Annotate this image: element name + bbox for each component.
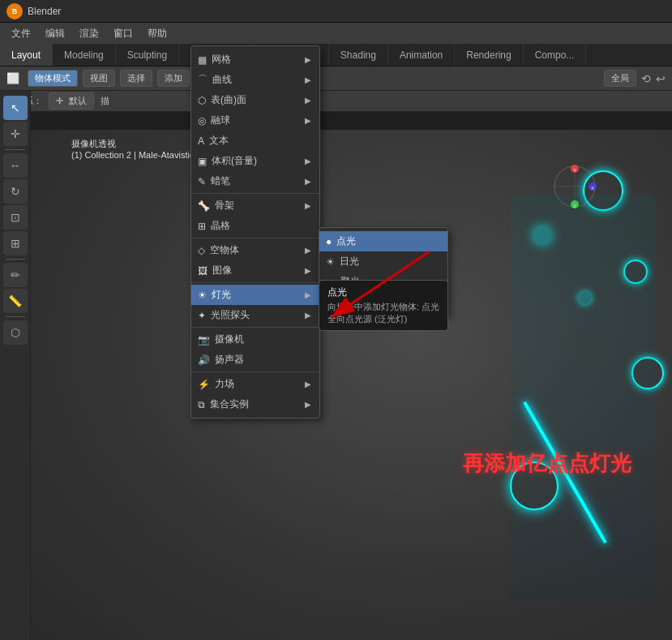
ltool-transform[interactable]: ⊞ <box>3 231 28 256</box>
camera-collection: (1) Collection 2 | Male-Atavistic-Id <box>71 150 204 160</box>
menu-light[interactable]: ☀ 灯光 ▶ <box>191 285 319 305</box>
tab-modeling[interactable]: Modeling <box>53 44 116 66</box>
tooltip-line1: 向场景中添加灯光物体: 点光 <box>327 301 439 313</box>
probe-arrow: ▶ <box>305 311 311 320</box>
coord-desc: 描 <box>101 95 109 107</box>
volume-arrow: ▶ <box>305 157 311 165</box>
add-btn[interactable]: 添加 <box>157 70 190 87</box>
viewport-bg: 摄像机透视 (1) Collection 2 | Male-Atavistic-… <box>31 130 672 640</box>
armature-icon: 🦴 <box>198 200 210 212</box>
workspace-tabs: Layout Modeling Sculpting UV Editing Tex… <box>0 44 672 67</box>
select-btn[interactable]: 选择 <box>120 70 152 87</box>
image-arrow: ▶ <box>305 266 311 275</box>
menu-metaball[interactable]: ◎ 融球 ▶ <box>191 110 319 131</box>
app-title: Blender <box>28 6 61 17</box>
add-menu: ▦ 网格 ▶ ⌒ 曲线 ▶ ⬡ 表(曲)面 ▶ ◎ 融球 ▶ A 文本 ▣ <box>190 45 320 419</box>
metaball-arrow: ▶ <box>305 116 311 125</box>
menu-armature[interactable]: 🦴 骨架 ▶ <box>191 195 319 216</box>
ltool-sep2 <box>6 259 25 260</box>
mode-select[interactable]: 物体模式 <box>28 70 78 87</box>
ltool-scale[interactable]: ⊡ <box>3 205 28 230</box>
menu-sep3 <box>191 282 319 283</box>
force-arrow: ▶ <box>305 380 311 389</box>
glow-accent1 <box>534 227 550 243</box>
menu-force-field[interactable]: ⚡ 力场 ▶ <box>191 374 319 394</box>
light-icon: ☀ <box>198 290 207 301</box>
glow-orb <box>510 462 559 510</box>
menubar: 文件 编辑 渲染 窗口 帮助 <box>0 23 672 44</box>
menu-collection[interactable]: ⧉ 集合实例 ▶ <box>191 394 319 414</box>
curve-icon: ⌒ <box>198 73 208 87</box>
force-icon: ⚡ <box>198 379 210 390</box>
view-btn[interactable]: 视图 <box>83 70 115 87</box>
menu-help[interactable]: 帮助 <box>141 25 173 42</box>
left-toolbar: ↖ ✛ ↔ ↻ ⊡ ⊞ ✏ 📏 ⬡ <box>0 91 31 640</box>
menu-image[interactable]: 🖼 图像 ▶ <box>191 260 319 281</box>
ltool-measure[interactable]: 📏 <box>3 289 28 313</box>
menu-mesh[interactable]: ▦ 网格 ▶ <box>191 49 319 70</box>
mesh-arrow: ▶ <box>305 55 311 64</box>
menu-camera[interactable]: 📷 摄像机 <box>191 329 319 350</box>
tab-animation[interactable]: Animation <box>388 44 455 66</box>
submenu-point-light[interactable]: ● 点光 <box>319 231 447 251</box>
coord-icon: ✛ <box>56 96 63 105</box>
menu-empty[interactable]: ◇ 空物体 ▶ <box>191 240 319 260</box>
probe-icon: ✦ <box>198 310 206 321</box>
collection-icon: ⧉ <box>198 399 205 410</box>
speaker-icon: 🔊 <box>198 354 210 366</box>
toolbar-icon: ⬜ <box>6 72 19 84</box>
menu-surface[interactable]: ⬡ 表(曲)面 ▶ <box>191 90 319 110</box>
metaball-icon: ◎ <box>198 115 206 127</box>
menu-window[interactable]: 窗口 <box>107 25 139 42</box>
character-body <box>510 195 656 600</box>
camera-icon: 📷 <box>198 334 210 346</box>
menu-edit[interactable]: 编辑 <box>39 25 71 42</box>
tab-compositing[interactable]: Compo... <box>524 44 587 66</box>
tooltip-title: 点光 <box>327 286 439 299</box>
ltool-annotate[interactable]: ✏ <box>3 263 28 287</box>
surface-arrow: ▶ <box>305 96 311 105</box>
camera-mode: 摄像机透视 <box>71 138 204 150</box>
blender-logo: B <box>6 3 23 19</box>
submenu-sun-light[interactable]: ☀ 日光 <box>319 251 447 272</box>
menu-lattice[interactable]: ⊞ 晶格 <box>191 216 319 236</box>
menu-greasepencil[interactable]: ✎ 蜡笔 ▶ <box>191 171 319 191</box>
sun-light-icon: ☀ <box>326 256 335 268</box>
empty-icon: ◇ <box>198 245 205 256</box>
tab-shading[interactable]: Shading <box>329 44 388 66</box>
menu-light-probe[interactable]: ✦ 光照探头 ▶ <box>191 305 319 325</box>
menu-sep2 <box>191 238 319 238</box>
menu-render[interactable]: 渲染 <box>73 25 105 42</box>
ltool-sep3 <box>6 316 25 317</box>
menu-file[interactable]: 文件 <box>5 25 37 42</box>
menu-sep1 <box>191 193 319 194</box>
toolbar-rotate-icon[interactable]: ⟲ <box>641 72 651 85</box>
grease-arrow: ▶ <box>305 177 311 186</box>
tab-rendering[interactable]: Rendering <box>455 44 523 66</box>
ltool-cursor[interactable]: ✛ <box>3 122 28 146</box>
toolbar: ⬜ 物体模式 视图 选择 添加 物体 全局 ⟲ ↩ <box>0 67 672 91</box>
ltool-select[interactable]: ↖ <box>3 96 28 120</box>
point-light-icon: ● <box>326 236 332 247</box>
ltool-move[interactable]: ↔ <box>3 153 28 178</box>
ltool-rotate[interactable]: ↻ <box>3 179 28 204</box>
toolbar-undo-icon[interactable]: ↩ <box>656 72 666 85</box>
menu-speaker[interactable]: 🔊 扬声器 <box>191 350 319 370</box>
armature-arrow: ▶ <box>305 201 311 210</box>
empty-arrow: ▶ <box>305 246 311 255</box>
volume-icon: ▣ <box>198 156 207 167</box>
menu-text[interactable]: A 文本 <box>191 131 319 151</box>
ltool-add-cube[interactable]: ⬡ <box>3 320 28 345</box>
menu-volume[interactable]: ▣ 体积(音量) ▶ <box>191 151 319 171</box>
camera-info: 摄像机透视 (1) Collection 2 | Male-Atavistic-… <box>71 138 204 160</box>
titlebar: B Blender <box>0 0 672 23</box>
menu-curve[interactable]: ⌒ 曲线 ▶ <box>191 70 319 90</box>
tab-sculpting[interactable]: Sculpting <box>116 44 179 66</box>
lattice-icon: ⊞ <box>198 221 206 232</box>
glow-accent2 <box>579 292 591 304</box>
global-select[interactable]: 全局 <box>604 70 636 87</box>
coord-default[interactable]: ✛ 默认 <box>49 92 94 110</box>
tab-layout[interactable]: Layout <box>0 44 53 66</box>
tooltip: 点光 向场景中添加灯光物体: 点光 全向点光源 (泛光灯) <box>319 280 448 331</box>
light-arrow: ▶ <box>305 290 311 299</box>
